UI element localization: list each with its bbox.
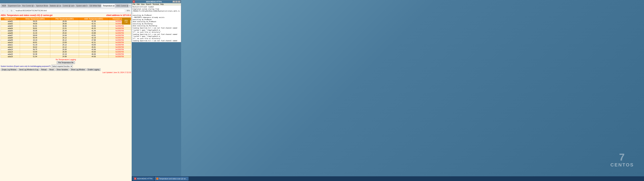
tab-label: Temperature and sta... bbox=[103, 5, 115, 7]
col-header-fpga: FEE64 System bbox=[1, 18, 20, 20]
aida-logo: AIDALogo bbox=[122, 18, 130, 24]
tab-experiment-control[interactable]: Experiment Control @... × bbox=[7, 4, 21, 8]
tab-system-check[interactable]: System wide Check... × bbox=[75, 4, 88, 8]
log-line: : bbox=[133, 12, 180, 14]
cell-psu: 23.69 bbox=[50, 42, 79, 44]
centos-version-number: 7 bbox=[610, 152, 634, 162]
cell-firmware: 0x3350706 bbox=[108, 27, 131, 30]
show-variables-button[interactable]: Show Variables bbox=[56, 68, 70, 71]
cell-asic: 42.31 bbox=[79, 42, 108, 44]
tab-spectrum-browser[interactable]: Spectrum Browser ©... × bbox=[35, 4, 48, 8]
new-tab-button[interactable]: + bbox=[129, 4, 131, 8]
log-line: done executing do_PostSetup bbox=[133, 25, 180, 27]
reset-button[interactable]: Reset bbox=[48, 68, 55, 71]
tab-run-control[interactable]: Run Control @ carm-... × bbox=[21, 4, 34, 8]
tab-aida[interactable]: AIDA × bbox=[1, 4, 6, 8]
midas-menu-search[interactable]: Search bbox=[146, 3, 151, 5]
table-row: aida07 58.69 24.94 43.81 0x3350706 bbox=[1, 34, 131, 37]
tab-label: Experiment Control @... bbox=[8, 5, 21, 7]
cell-fpga: aida13 bbox=[1, 48, 20, 51]
midas-log-content[interactable]: RunControlClient loadedCompleted custom … bbox=[132, 6, 181, 42]
log-line: Completed custom startup from /MIDAS/Tcl… bbox=[133, 8, 180, 12]
cell-asic: 42.31 bbox=[79, 22, 108, 25]
midas-maximize-button[interactable]: □ bbox=[175, 1, 178, 3]
midas-menu-edit[interactable]: Edit bbox=[137, 3, 140, 5]
show-log-window-button[interactable]: Show Log Window bbox=[70, 68, 86, 71]
tab-asic-control[interactable]: ASIC Control @ carr-... × bbox=[115, 4, 128, 8]
table-row: aida06 41.44 25.62 43.88 0x3350706 bbox=[1, 32, 131, 34]
cell-virtex: 59.25 bbox=[20, 20, 50, 22]
log-line: executing do_PreReset bbox=[133, 14, 180, 16]
cell-fpga: aida05 bbox=[1, 30, 20, 32]
plot-temperature-button[interactable]: Plot Temperature file bbox=[57, 61, 75, 64]
reload-page-button[interactable]: ↻ bbox=[10, 9, 14, 12]
cell-firmware: 0x3350706 bbox=[108, 25, 131, 27]
table-row: aida03 61.81 30.06 43.06 0x3350706 bbox=[1, 25, 131, 27]
cell-firmware: 0x3350706 bbox=[108, 42, 131, 44]
cell-fpga: aida03 bbox=[1, 25, 20, 27]
log-line: done executing do_PreReset bbox=[133, 20, 180, 23]
table-row: aida04 56.81 23.31 45.25 0x3350706 bbox=[1, 27, 131, 30]
taskbar-midas[interactable]: M AIDA MIDAS HTTPd bbox=[132, 177, 154, 180]
cell-psu: 28.00 bbox=[50, 22, 79, 25]
log-line: lf": no such file or directory" bbox=[133, 31, 180, 33]
cell-asic: 45.25 bbox=[79, 27, 108, 30]
send-log-button[interactable]: Send Log Window to /Log bbox=[18, 68, 40, 71]
cell-asic: 41.44 bbox=[79, 30, 108, 32]
cell-virtex: 55.06 bbox=[20, 30, 50, 32]
tab-bar: AIDA × Experiment Control @... × Run Con… bbox=[0, 3, 132, 8]
midas-minimize-button[interactable]: _ bbox=[172, 1, 175, 3]
tab-label: Control @ carme-gsi... bbox=[63, 5, 75, 7]
zoom-indicator: 90% bbox=[126, 10, 131, 12]
taskbar-midas-icon: M bbox=[134, 178, 136, 180]
address-bar-area: ← → ↻ 90% bbox=[0, 8, 132, 14]
midas-close-button[interactable]: × bbox=[178, 1, 180, 3]
log-line: ::MASTERTS namespace already exists bbox=[133, 16, 180, 18]
cell-asic: 43.06 bbox=[79, 25, 108, 27]
midas-window-controls: _ □ × bbox=[172, 1, 180, 3]
taskbar-temperature[interactable]: 🦊 Temperature and status scan @ car... bbox=[155, 177, 188, 180]
tab-control[interactable]: Control @ carme-gsi... × bbox=[62, 4, 75, 8]
log-line: loading Spectrum.tcl > can not find chan… bbox=[133, 27, 180, 31]
system-functions-row: System functions (Expert users only for … bbox=[1, 65, 131, 68]
cell-asic: 45.81 bbox=[79, 46, 108, 48]
cell-asic: 46.06 bbox=[79, 53, 108, 56]
midas-menubar: File Edit View Search Terminal Help bbox=[132, 3, 181, 6]
tab-label: Run Control @ carm-... bbox=[22, 5, 34, 7]
tab-temperature-scan[interactable]: Temperature and sta... × bbox=[102, 4, 115, 8]
table-row: aida02 49.00 28.00 42.31 0x3350706 bbox=[1, 22, 131, 25]
midas-app-icon: M bbox=[133, 0, 135, 3]
cell-psu: 25.50 bbox=[50, 48, 79, 51]
cell-fpga: aida14 bbox=[1, 51, 20, 53]
tab-label: Statistics @ carme-... bbox=[50, 5, 61, 7]
cell-fpga: aida01 bbox=[1, 20, 20, 22]
log-line: loading Spectrum.tcl > can not find chan… bbox=[133, 40, 180, 42]
midas-menu-help[interactable]: Help bbox=[160, 3, 164, 5]
midas-menu-file[interactable]: File bbox=[133, 3, 135, 5]
tab-label: AIDA bbox=[2, 5, 6, 7]
cell-psu: 24.88 bbox=[50, 56, 79, 58]
empty-log-button[interactable]: Empty Log Window bbox=[1, 68, 18, 71]
midas-menu-view[interactable]: View bbox=[141, 3, 144, 5]
centos-text: CENTOS bbox=[610, 162, 634, 168]
forward-button[interactable]: → bbox=[5, 9, 9, 12]
cell-psu: 26.00 bbox=[50, 51, 79, 53]
cell-firmware: 0x3350706 bbox=[108, 37, 131, 39]
back-button[interactable]: ← bbox=[1, 9, 5, 12]
cell-psu: 25.62 bbox=[50, 32, 79, 34]
function-select[interactable]: Select required function bbox=[51, 65, 73, 68]
action-buttons-row: Empty Log Window Send Log Window to /Log… bbox=[1, 68, 131, 71]
midas-menu-terminal[interactable]: Terminal bbox=[152, 3, 159, 5]
address-bar-input[interactable] bbox=[14, 9, 125, 12]
cell-firmware: 0x3350706 bbox=[108, 46, 131, 48]
last-updated: Last Updated: June 16, 2024 17:22:32 bbox=[1, 72, 131, 74]
enable-logging-button[interactable]: Enable Logging bbox=[86, 68, 100, 71]
tab-white-rabbit[interactable]: GSI White Rabbit Tir... × bbox=[88, 4, 101, 8]
cell-virtex: 60.81 bbox=[20, 42, 50, 44]
tab-statistics[interactable]: Statistics @ carme-... × bbox=[48, 4, 61, 8]
cell-virtex: 49.00 bbox=[20, 22, 50, 25]
taskbar-temperature-label: Temperature and status scan @ car... bbox=[159, 178, 187, 180]
cell-fpga: aida04 bbox=[1, 27, 20, 30]
reload-button[interactable]: Reload bbox=[40, 68, 48, 71]
cell-psu: 23.31 bbox=[50, 27, 79, 30]
